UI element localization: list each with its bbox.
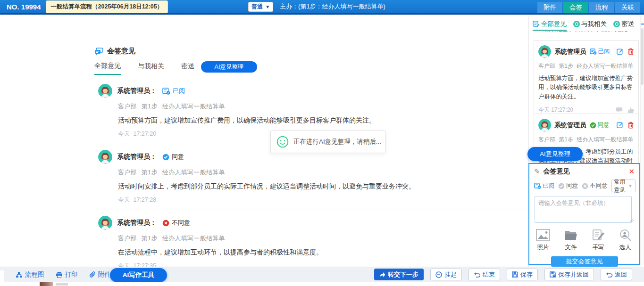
flowchart-link[interactable]: 流程图 — [16, 270, 44, 279]
agree-check-icon — [590, 122, 596, 129]
sidebar-tab-all-opinions[interactable]: 全部意见 — [533, 20, 567, 31]
flow-title-badge: 一般结算单流程（2025年06月18日12:05） — [46, 0, 168, 13]
return-button[interactable]: 返回 — [601, 269, 632, 280]
printer-icon — [56, 271, 63, 278]
agree-check-icon — [162, 154, 169, 161]
save-button[interactable]: 保存 — [507, 269, 538, 280]
comment-author: 系统管理员： — [117, 153, 157, 161]
sidebar-tab-label: 全部意见 — [541, 20, 567, 28]
action-label: 保存 — [520, 270, 533, 279]
floppy-return-icon — [550, 271, 556, 278]
print-link[interactable]: 打印 — [56, 270, 78, 279]
avatar — [538, 45, 551, 58]
comment-text: 在活动流程中，建议增加互动环节，以提高参与者的积极性和满意度。 — [118, 248, 524, 257]
sidebar-comment-card: 系统管理员 已阅 — [534, 40, 639, 118]
tool-handwrite-button[interactable]: 手写 — [592, 229, 605, 252]
option-disagree[interactable]: 不同意 — [582, 182, 608, 190]
nav-relation-button[interactable]: 关联 — [615, 2, 640, 13]
read-icon — [534, 183, 541, 189]
forward-next-step-button[interactable]: 转交下一步 — [374, 269, 424, 280]
tab-all-opinions[interactable]: 全部意见 — [94, 62, 121, 75]
top-bar: NO. 19994 一般结算单流程（2025年06月18日12:05） 普通 ▼… — [0, 0, 644, 15]
status-label: 已阅 — [173, 87, 185, 95]
suspend-button[interactable]: 挂起 — [430, 269, 462, 280]
tool-file-button[interactable]: 文件 — [564, 229, 578, 252]
option-agree[interactable]: 同意 — [558, 182, 578, 190]
comment-meta: 客户部 第1步 经办人填写一般结算单 — [118, 234, 524, 243]
nav-countersign-button[interactable]: 会签 — [563, 2, 588, 13]
workflow-page: NO. 19994 一般结算单流程（2025年06月18日12:05） 普通 ▼… — [0, 0, 644, 286]
tool-photo-button[interactable]: 照片 — [536, 229, 550, 252]
ai-opinion-summary-tab[interactable]: AI意见整理 — [201, 61, 257, 73]
chat-bubbles-icon — [94, 48, 103, 55]
edit-icon[interactable] — [617, 122, 624, 129]
partial-text-fragment — [56, 283, 68, 286]
pencil-icon: ✎ — [534, 167, 540, 176]
smiley-icon — [276, 136, 289, 148]
form-title: 会签意见 — [544, 167, 570, 176]
comment-time: 今天 17:27:20 — [538, 106, 573, 114]
textarea-resize-handle[interactable] — [629, 218, 634, 222]
action-label: 保存并返回 — [558, 270, 589, 279]
edit-icon[interactable] — [617, 48, 624, 55]
ai-processing-text: 正在进行AI意见整理，请稍后... — [293, 138, 381, 146]
nav-attachment-button[interactable]: 附件 — [537, 2, 562, 13]
delete-trash-icon[interactable] — [627, 48, 634, 55]
priority-select[interactable]: 普通 ▼ — [248, 2, 273, 12]
status-badge: 已阅 — [590, 48, 610, 56]
attachment-link[interactable]: 附件 — [89, 270, 111, 279]
finish-button[interactable]: 结束 — [468, 269, 500, 280]
person-search-icon — [619, 229, 632, 241]
comment-meta: 客户部 第1步 经办人填写一般结算单 — [538, 62, 634, 70]
tool-label: 选人 — [619, 244, 631, 252]
submit-countersign-button[interactable]: 提交会签意见 — [551, 256, 618, 267]
avatar — [98, 150, 112, 164]
close-icon[interactable]: ✕ — [628, 167, 635, 176]
comment-text: 活动时间安排上，考虑到部分员工的实际工作情况，建议适当调整活动时间，以避免与重要… — [118, 182, 524, 191]
avatar — [538, 119, 551, 131]
top-nav: 附件 会签 流程 关联 — [537, 2, 640, 13]
photo-icon — [536, 229, 550, 241]
background-notch — [0, 270, 4, 282]
option-read[interactable]: 已阅 — [534, 182, 554, 190]
ai-writing-tool-button[interactable]: AI写作工具 — [110, 268, 167, 282]
sidebar-ai-summary-button[interactable]: AI意见整理 — [527, 147, 583, 161]
read-icon — [162, 88, 170, 95]
save-and-return-button[interactable]: 保存并返回 — [544, 269, 594, 280]
related-circle-icon — [573, 21, 580, 27]
status-badge: 同意 — [590, 121, 610, 129]
comment-time: 今天 17:27:28 — [118, 196, 524, 204]
host-step-label: 主办：(第1步：经办人填写一般结算单) — [280, 2, 385, 11]
status-label: 同意 — [598, 121, 610, 129]
tab-private-send[interactable]: 密送 — [181, 62, 194, 74]
tool-label: 照片 — [537, 244, 549, 252]
handwriting-icon — [592, 229, 605, 241]
action-label: 返回 — [615, 270, 627, 279]
tool-select-person-button[interactable]: 选人 — [619, 229, 632, 252]
sidebar-tabs: 全部意见 与我相关 密送 — [533, 20, 640, 31]
comment-author: 系统管理员 — [554, 121, 586, 130]
comment-item: 系统管理员： 同意 客户部 第1步 经办人填写一般结算单 活动时间安排上，考虑到… — [92, 144, 528, 210]
opinion-doc-icon — [533, 21, 540, 27]
preset-opinion-select[interactable]: 常用意见 ▼ — [611, 180, 636, 192]
sidebar-tab-related-to-me[interactable]: 与我相关 — [573, 20, 607, 28]
read-icon — [590, 49, 597, 55]
sidebar-tab-private-send[interactable]: 密送 — [613, 20, 634, 28]
flow-number: NO. 19994 — [7, 3, 41, 11]
link-label: 打印 — [65, 270, 78, 279]
nav-process-button[interactable]: 流程 — [589, 2, 614, 13]
comment-text: 活动预算方面，建议增加宣传推广费用，以确保活动能够吸引更多目标客户群体的关注。 — [538, 74, 634, 101]
private-circle-icon — [613, 21, 620, 27]
reply-bubble-icon[interactable] — [616, 107, 623, 114]
avatar — [98, 216, 112, 230]
tool-label: 手写 — [593, 244, 604, 252]
sidebar-scrollbar-thumb[interactable] — [641, 28, 644, 85]
delete-trash-icon[interactable] — [627, 122, 634, 129]
collapse-panel-icon[interactable] — [641, 20, 644, 28]
main-tabs: 全部意见 与我相关 密送 — [94, 62, 194, 75]
opinion-textarea[interactable] — [535, 196, 632, 223]
tab-related-to-me[interactable]: 与我相关 — [138, 62, 164, 74]
thumbs-up-icon[interactable] — [627, 107, 634, 114]
status-badge: 已阅 — [162, 87, 185, 95]
undo-arrow-icon — [606, 272, 612, 278]
